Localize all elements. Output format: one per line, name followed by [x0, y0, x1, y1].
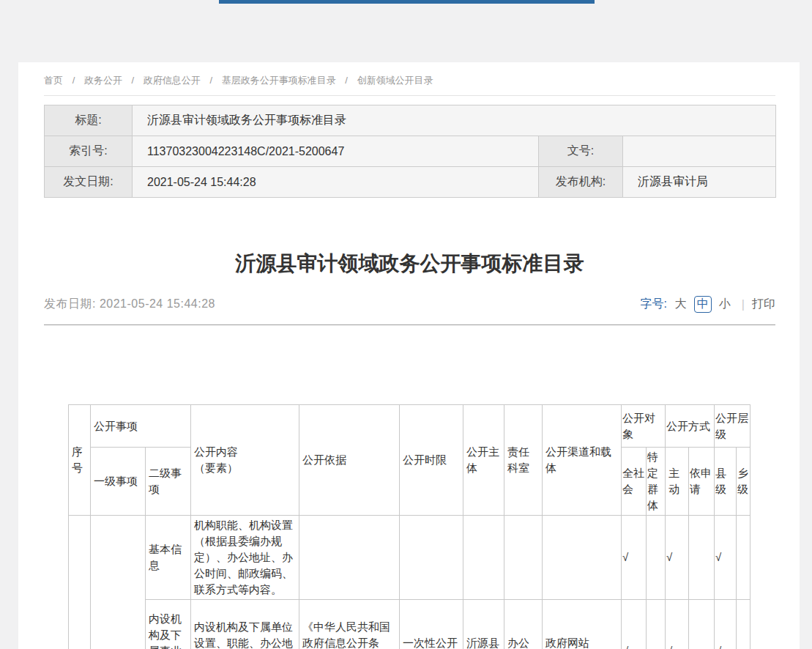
cell-keshi: 办公室	[504, 600, 543, 649]
meta-value-org: 沂源县审计局	[623, 167, 776, 198]
cell-yiju: 《中华人民共和国政府信息公开条例》（国务院令第711号）	[299, 600, 400, 649]
meta-row-date: 发文日期: 2021-05-24 15:44:28 发布机构: 沂源县审计局	[45, 167, 776, 198]
meta-label-docno: 文号:	[539, 136, 623, 167]
cell-qudao: 政府网站 公开查阅点	[543, 600, 622, 649]
header-shixiang: 公开事项	[91, 405, 191, 448]
meta-row-title: 标题: 沂源县审计领域政务公开事项标准目录	[45, 105, 776, 136]
cell-neirong: 机构职能、机构设置（根据县委编办规定）、办公地址、办公时间、邮政编码、联系方式等…	[191, 516, 299, 600]
cell-check-quanshehui: √	[622, 600, 647, 649]
cell-check-xiangji	[737, 516, 750, 600]
cell-check-xianji: √	[715, 600, 737, 649]
cell-zhuti	[463, 516, 504, 600]
breadcrumb-item-home[interactable]: 首页	[44, 75, 63, 86]
content-card: 首页 / 政务公开 / 政府信息公开 / 基层政务公开事项标准目录 / 创新领域…	[18, 62, 800, 649]
table-row: 基本信息 机构职能、机构设置（根据县委编办规定）、办公地址、办公时间、邮政编码、…	[69, 516, 750, 600]
meta-value-date: 2021-05-24 15:44:28	[133, 167, 539, 198]
meta-label-date: 发文日期:	[45, 167, 133, 198]
publish-info-bar: 发布日期: 2021-05-24 15:44:28 字号: 大 中 小 | 打印	[44, 296, 775, 325]
page-title: 沂源县审计领域政务公开事项标准目录	[44, 251, 775, 277]
header-duixiang: 公开对象	[622, 405, 666, 448]
cell-check-yishenqing	[689, 600, 715, 649]
cell-xuhao	[69, 516, 91, 649]
cell-check-teding	[647, 600, 666, 649]
breadcrumb-item-chuangxin[interactable]: 创新领域公开目录	[357, 75, 433, 86]
meta-label-title: 标题:	[45, 105, 133, 136]
publish-date: 发布日期: 2021-05-24 15:44:28	[44, 297, 215, 312]
tools-divider: |	[742, 298, 745, 311]
font-size-large-button[interactable]: 大	[675, 297, 687, 312]
cell-check-zhudong: √	[666, 600, 689, 649]
breadcrumb-separator: /	[209, 75, 212, 86]
publish-date-value: 2021-05-24 15:44:28	[100, 297, 215, 310]
header-fangshi: 公开方式	[666, 405, 715, 448]
font-size-control: 字号: 大 中 小 | 打印	[640, 296, 775, 313]
breadcrumb-divider	[44, 95, 775, 96]
breadcrumb-separator: /	[72, 75, 75, 86]
cell-zhuti: 沂源县审计局	[463, 600, 504, 649]
header-neirong: 公开内容 （要素）	[191, 405, 299, 516]
header-zhudong: 主动	[666, 448, 689, 516]
header-yiji: 一级事项	[91, 448, 146, 516]
cell-check-xianji: √	[715, 516, 737, 600]
meta-value-docno	[623, 136, 776, 167]
cell-shixian	[400, 516, 463, 600]
breadcrumb-item-zhengwu[interactable]: 政务公开	[84, 75, 122, 86]
cell-check-xiangji	[737, 600, 750, 649]
font-size-small-button[interactable]: 小	[719, 297, 731, 312]
cell-erji: 内设机构及下属事业单位信息	[146, 600, 191, 649]
meta-value-title: 沂源县审计领域政务公开事项标准目录	[133, 105, 776, 136]
breadcrumb: 首页 / 政务公开 / 政府信息公开 / 基层政务公开事项标准目录 / 创新领域…	[44, 62, 775, 86]
breadcrumb-item-jiceng[interactable]: 基层政务公开事项标准目录	[222, 75, 336, 86]
header-qudao: 公开渠道和载体	[543, 405, 622, 516]
font-size-medium-button[interactable]: 中	[694, 296, 712, 313]
cell-shixian: 一次性公开并动态调整	[400, 600, 463, 649]
breadcrumb-separator: /	[132, 75, 135, 86]
header-keshi: 责任科室	[504, 405, 543, 516]
header-erji: 二级事项	[146, 448, 191, 516]
header-quanshehui: 全社会	[622, 448, 647, 516]
header-cengji: 公开层级	[715, 405, 750, 448]
header-yishenqing: 依申请	[689, 448, 715, 516]
cell-qudao	[543, 516, 622, 600]
cell-check-yishenqing	[689, 516, 715, 600]
cell-erji: 基本信息	[146, 516, 191, 600]
cell-keshi	[504, 516, 543, 600]
cell-yiju	[299, 516, 400, 600]
header-yiju: 公开依据	[299, 405, 400, 516]
meta-value-index: 11370323004223148C/2021-5200647	[133, 136, 539, 167]
breadcrumb-item-xinxi[interactable]: 政府信息公开	[144, 75, 201, 86]
catalog-header-row-1: 序号 公开事项 公开内容 （要素） 公开依据 公开时限 公开主体 责任科室 公开…	[69, 405, 750, 448]
table-row: 内设机构及下属事业单位信息 内设机构及下属单位设置、职能、办公地址、办公时间、联…	[69, 600, 750, 649]
cell-check-teding	[647, 516, 666, 600]
cell-neirong: 内设机构及下属单位设置、职能、办公地址、办公时间、联系方式、负责人姓名等	[191, 600, 299, 649]
publish-date-label: 发布日期:	[44, 297, 96, 310]
header-shixian: 公开时限	[400, 405, 463, 516]
meta-label-index: 索引号:	[45, 136, 133, 167]
header-xiangji: 乡级	[737, 448, 750, 516]
cell-check-quanshehui: √	[622, 516, 647, 600]
meta-label-org: 发布机构:	[539, 167, 623, 198]
breadcrumb-separator: /	[345, 75, 348, 86]
font-size-label: 字号:	[640, 297, 666, 312]
header-xuhao: 序号	[69, 405, 91, 516]
cell-check-zhudong: √	[666, 516, 689, 600]
catalog-table: 序号 公开事项 公开内容 （要素） 公开依据 公开时限 公开主体 责任科室 公开…	[68, 404, 750, 649]
header-xianji: 县级	[715, 448, 737, 516]
header-zhuti: 公开主体	[463, 405, 504, 516]
meta-row-index: 索引号: 11370323004223148C/2021-5200647 文号:	[45, 136, 776, 167]
top-nav-bar-fragment	[219, 0, 595, 4]
header-teding: 特定群体	[647, 448, 666, 516]
cell-yiji	[91, 516, 146, 649]
document-meta-table: 标题: 沂源县审计领域政务公开事项标准目录 索引号: 1137032300422…	[44, 105, 776, 198]
print-button[interactable]: 打印	[752, 297, 775, 312]
